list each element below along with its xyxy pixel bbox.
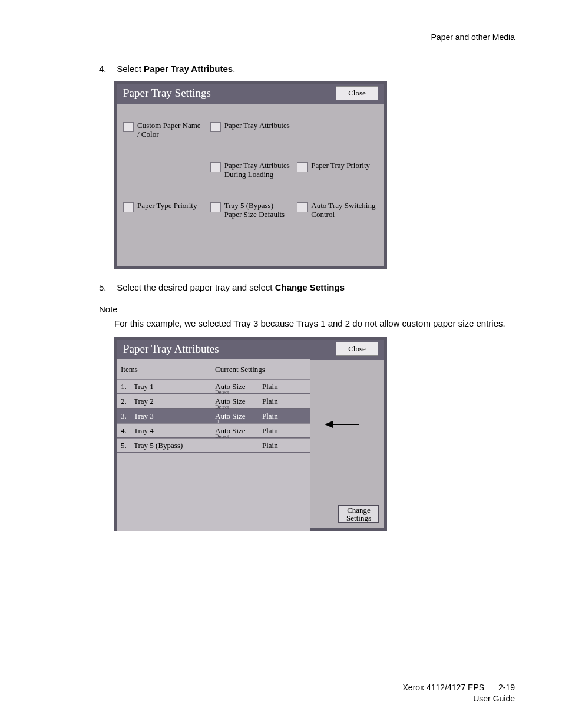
panel1-title: Paper Tray Settings <box>123 87 211 100</box>
step-5-number: 5. <box>99 282 114 292</box>
svg-marker-1 <box>325 421 333 428</box>
page-footer: Xerox 4112/4127 EPS 2-19 User Guide <box>403 682 515 704</box>
tray-list: Items Current Settings 1.Tray 1Auto Size… <box>117 359 310 531</box>
tray-row[interactable]: 4.Tray 4Auto SizeDetectPlain <box>117 423 310 438</box>
tray-row-name: Tray 4 <box>134 426 215 436</box>
step-4-text-bold: Paper Tray Attributes <box>144 64 233 74</box>
tray-row[interactable]: 5.Tray 5 (Bypass)-Plain <box>117 438 310 453</box>
note-label: Note <box>99 304 523 314</box>
tray-row[interactable]: 1.Tray 1Auto SizeDetectPlain <box>117 379 310 394</box>
panel2-title: Paper Tray Attributes <box>123 342 219 355</box>
tray-row-number: 2. <box>121 397 134 406</box>
option-attributes-during-loading[interactable]: Paper Tray Attributes During Loading <box>210 162 292 185</box>
panel1-titlebar: Paper Tray Settings Close <box>117 84 384 104</box>
option-label: Paper Tray Priority <box>311 162 370 170</box>
tray-row-name: Tray 5 (Bypass) <box>134 441 215 450</box>
paper-tray-attributes-panel: Paper Tray Attributes Close Items Curren… <box>114 337 387 531</box>
column-header-items: Items <box>121 365 215 374</box>
footer-page-number: 2-19 <box>498 682 515 693</box>
tray-row-name: Tray 1 <box>134 382 215 391</box>
option-label: Paper Tray Attributes <box>224 121 290 130</box>
step-4-text-post: . <box>233 64 235 74</box>
option-label: Paper Type Priority <box>137 202 197 210</box>
tray-row[interactable]: 3.Tray 3Auto SizeDPlain <box>117 409 310 423</box>
tray-row-number: 3. <box>121 411 134 421</box>
tray-row[interactable]: 2.Tray 2Auto SizeDetectPlain <box>117 394 310 409</box>
note-body: For this example, we selected Tray 3 bec… <box>114 318 523 330</box>
option-auto-tray-switching[interactable]: Auto Tray Switching Control <box>297 202 378 225</box>
option-label: Custom Paper Name / Color <box>137 121 204 139</box>
tray-row-number: 1. <box>121 382 134 391</box>
option-paper-tray-priority[interactable]: Paper Tray Priority <box>297 162 378 185</box>
tray-row-size: - <box>215 441 262 450</box>
tray-row-number: 5. <box>121 441 134 450</box>
step-4-text-pre: Select <box>117 64 144 74</box>
tray-row-type: Plain <box>262 426 306 436</box>
tray-row-size: Auto SizeD <box>215 411 262 421</box>
tray-row-type: Plain <box>262 382 306 391</box>
tray-row-type: Plain <box>262 397 306 406</box>
checkbox-icon <box>123 202 134 212</box>
panel2-titlebar: Paper Tray Attributes Close <box>117 340 384 360</box>
panel2-close-button[interactable]: Close <box>336 342 378 356</box>
option-label: Tray 5 (Bypass) - Paper Size Defaults <box>224 202 292 219</box>
panel1-close-button[interactable]: Close <box>336 86 378 100</box>
footer-doc-title: User Guide <box>403 693 515 704</box>
checkbox-icon <box>123 122 134 132</box>
checkbox-icon <box>210 122 221 132</box>
tray-row-size: Auto SizeDetect <box>215 397 262 406</box>
option-custom-paper-name[interactable]: Custom Paper Name / Color <box>123 121 204 145</box>
page-header-section: Paper and other Media <box>431 32 515 42</box>
checkbox-icon <box>210 202 221 212</box>
tray-row-type: Plain <box>262 441 306 450</box>
paper-tray-settings-panel: Paper Tray Settings Close Custom Paper N… <box>114 81 387 269</box>
tray-row-name: Tray 3 <box>134 411 215 421</box>
step-5-text-bold: Change Settings <box>275 282 345 292</box>
column-header-settings: Current Settings <box>215 365 306 374</box>
checkbox-icon <box>297 202 308 212</box>
tray-row-size: Auto SizeDetect <box>215 382 262 391</box>
checkbox-icon <box>210 162 221 172</box>
tray-row-number: 4. <box>121 426 134 436</box>
option-tray5-bypass-defaults[interactable]: Tray 5 (Bypass) - Paper Size Defaults <box>210 202 292 225</box>
step-5-text-pre: Select the desired paper tray and select <box>117 282 275 292</box>
checkbox-icon <box>297 162 308 172</box>
step-4: 4. Select Paper Tray Attributes. <box>99 64 523 74</box>
arrow-indicator-icon <box>325 420 360 429</box>
step-4-number: 4. <box>99 64 114 74</box>
option-label: Auto Tray Switching Control <box>311 202 378 219</box>
footer-product: Xerox 4112/4127 EPS <box>403 683 485 692</box>
tray-row-size: Auto SizeDetect <box>215 426 262 436</box>
option-paper-tray-attributes[interactable]: Paper Tray Attributes <box>210 121 292 145</box>
step-5: 5. Select the desired paper tray and sel… <box>99 282 523 292</box>
change-settings-label: Change Settings <box>339 506 378 522</box>
option-label: Paper Tray Attributes During Loading <box>224 162 292 179</box>
tray-row-type: Plain <box>262 411 306 421</box>
tray-row-name: Tray 2 <box>134 397 215 406</box>
option-paper-type-priority[interactable]: Paper Type Priority <box>123 202 204 225</box>
change-settings-button[interactable]: Change Settings <box>338 505 379 523</box>
